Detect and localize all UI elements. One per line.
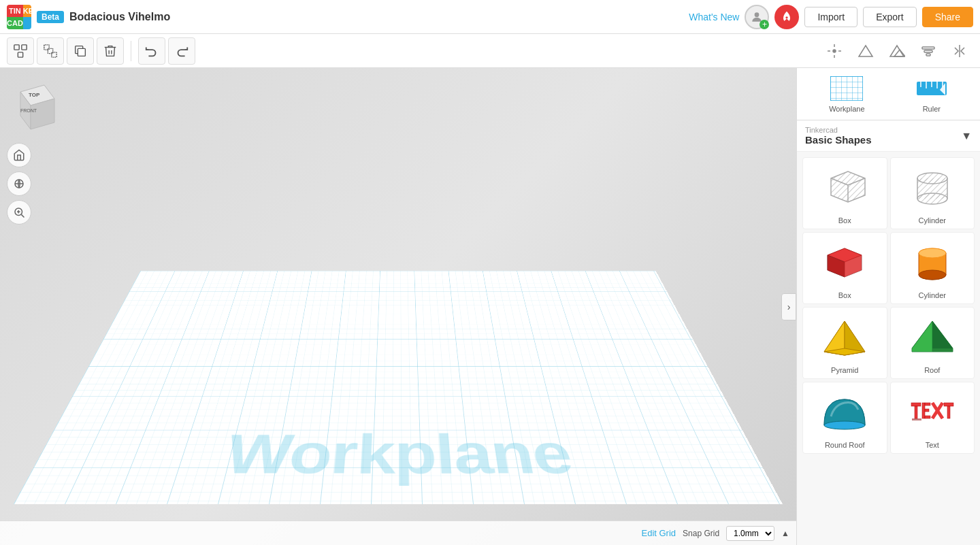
mirror-button[interactable]: [946, 37, 973, 65]
svg-rect-76: [944, 403, 953, 406]
svg-rect-78: [912, 418, 921, 420]
svg-point-10: [833, 50, 836, 52]
group-button[interactable]: [7, 37, 34, 65]
rocket-icon: [780, 10, 794, 24]
share-button[interactable]: Share: [922, 7, 973, 27]
beta-badge: Beta: [37, 11, 64, 23]
shape-round-roof-teal-image: [817, 389, 872, 437]
workplane-view-button[interactable]: [821, 37, 848, 65]
canvas-area[interactable]: TOP FRONT: [0, 68, 796, 545]
svg-rect-2: [14, 44, 19, 49]
shape-pyramid-yellow-image: [817, 314, 872, 362]
logo-k: KER: [23, 5, 31, 17]
shape-text-red-label: Text: [926, 441, 939, 449]
ungroup-button[interactable]: [37, 37, 64, 65]
shapes-title: Basic Shapes: [805, 134, 872, 146]
shape-cylinder-orange-image: [905, 240, 960, 287]
shape-roof-green-label: Roof: [924, 366, 940, 374]
duplicate-button[interactable]: [67, 37, 94, 65]
toolbar-separator-1: [131, 41, 131, 61]
svg-rect-15: [924, 50, 932, 52]
ruler-tool[interactable]: Ruler: [915, 75, 948, 113]
svg-rect-72: [925, 409, 929, 412]
shape-box-red[interactable]: Box: [802, 232, 887, 304]
svg-rect-29: [830, 76, 863, 101]
shape-text-red-image: [905, 389, 960, 437]
svg-text:TOP: TOP: [29, 92, 40, 98]
shape-round-roof-teal-label: Round Roof: [825, 441, 865, 449]
snap-arrow-icon: ▲: [781, 529, 789, 538]
ruler-tool-icon: [915, 75, 948, 102]
svg-text:FRONT: FRONT: [20, 108, 37, 113]
workplane-tool-label: Workplane: [829, 105, 864, 113]
shape-box-gray-label: Box: [838, 216, 851, 225]
shape-cylinder-gray-label: Cylinder: [919, 216, 946, 225]
svg-marker-64: [932, 321, 953, 352]
svg-rect-9: [78, 48, 85, 56]
shape-box-red-label: Box: [838, 291, 851, 299]
project-name[interactable]: Bodacious Vihelmo: [69, 11, 374, 23]
svg-rect-68: [911, 403, 921, 406]
whats-new-link[interactable]: What's New: [689, 12, 739, 22]
import-button[interactable]: Import: [804, 7, 858, 27]
svg-point-57: [919, 270, 946, 280]
shape-box-red-image: [817, 240, 872, 287]
delete-button[interactable]: [97, 37, 124, 65]
view-cube-svg: TOP FRONT: [7, 75, 68, 136]
svg-rect-14: [922, 47, 934, 49]
shapes-dropdown-button[interactable]: ▼: [961, 130, 972, 142]
tinkercad-label: Tinkercad: [805, 126, 872, 134]
align-button[interactable]: [915, 37, 942, 65]
redo-button[interactable]: [168, 37, 195, 65]
shape-text-red[interactable]: Text: [890, 382, 975, 454]
home-view-button[interactable]: [7, 143, 31, 167]
svg-marker-11: [859, 46, 872, 56]
orbit-view-button[interactable]: [7, 171, 31, 196]
shapes-grid: Box: [797, 152, 980, 459]
snap-grid-label: Snap Grid: [683, 529, 719, 538]
export-button[interactable]: Export: [863, 7, 916, 27]
view-cube[interactable]: TOP FRONT: [7, 75, 68, 136]
shape-roof-green[interactable]: Roof: [890, 307, 975, 379]
undo-button[interactable]: [138, 37, 165, 65]
zoom-view-button[interactable]: [7, 200, 31, 225]
shape-box-gray[interactable]: Box: [802, 157, 887, 229]
toolbar: [0, 34, 980, 68]
svg-rect-73: [925, 416, 930, 418]
right-panel: Workplane Ruler: [796, 68, 980, 545]
add-user-icon: +: [760, 20, 769, 29]
ruler-tool-label: Ruler: [923, 105, 941, 113]
svg-rect-16: [926, 54, 930, 56]
snap-grid-select[interactable]: 1.0mm 0.5mm 2.0mm: [726, 526, 774, 541]
svg-rect-71: [925, 403, 930, 406]
view-controls: [7, 143, 31, 225]
shape-pyramid-yellow[interactable]: Pyramid: [802, 307, 887, 379]
workplane-tool[interactable]: Workplane: [829, 75, 864, 113]
svg-point-67: [824, 421, 865, 429]
panel-toggle-button[interactable]: ›: [781, 293, 796, 320]
shape-roof-green-image: [905, 314, 960, 362]
svg-rect-77: [947, 406, 950, 418]
shape-cylinder-orange[interactable]: Cylinder: [890, 232, 975, 304]
rocket-button[interactable]: [774, 5, 799, 29]
svg-rect-70: [922, 403, 925, 418]
svg-rect-3: [22, 44, 27, 49]
grid-svg: [14, 271, 783, 504]
svg-marker-12: [890, 46, 904, 56]
user-icon-button[interactable]: +: [745, 5, 769, 29]
svg-rect-4: [18, 52, 22, 56]
edit-grid-button[interactable]: Edit Grid: [642, 528, 676, 538]
svg-point-58: [919, 248, 946, 258]
logo: TIN KER CAD: [7, 5, 31, 29]
svg-rect-6: [52, 52, 56, 56]
mountain-view-button[interactable]: [852, 37, 879, 65]
svg-point-0: [755, 12, 760, 17]
shapes-header: Tinkercad Basic Shapes ▼: [797, 120, 980, 152]
svg-rect-69: [915, 406, 917, 418]
shape-cylinder-gray[interactable]: Cylinder: [890, 157, 975, 229]
shape-box-gray-image: [817, 165, 872, 212]
mountain-outline-button[interactable]: [883, 37, 911, 65]
shape-round-roof-teal[interactable]: Round Roof: [802, 382, 887, 454]
workplane-tool-icon: [830, 75, 863, 102]
top-bar: TIN KER CAD Beta Bodacious Vihelmo What'…: [0, 0, 980, 34]
